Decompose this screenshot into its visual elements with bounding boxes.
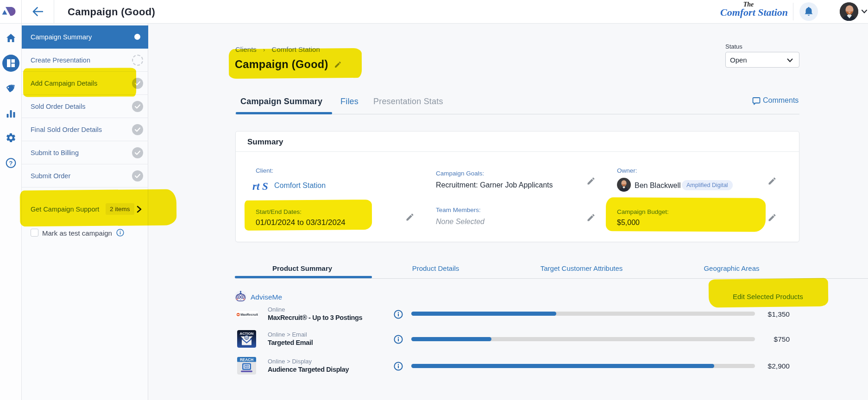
svg-text:ACTION: ACTION — [240, 331, 254, 336]
svg-text:MaxRecruit®: MaxRecruit® — [240, 313, 258, 316]
svg-text:REACH: REACH — [240, 358, 253, 362]
svg-text:AD: AD — [245, 365, 248, 368]
svg-text:?: ? — [9, 160, 13, 167]
svg-text:@: @ — [245, 336, 249, 340]
